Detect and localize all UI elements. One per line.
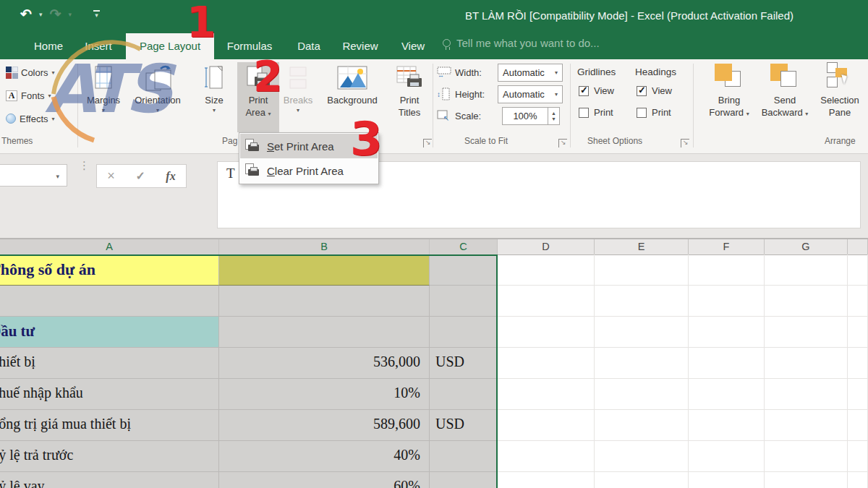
cell[interactable]	[430, 379, 498, 410]
cell[interactable]	[765, 286, 848, 317]
column-header-D[interactable]: D	[498, 239, 595, 255]
cell[interactable]	[498, 317, 595, 348]
cell[interactable]: Tổng trị giá mua thiết bị	[0, 410, 219, 441]
cell[interactable]	[498, 286, 595, 317]
cell[interactable]: USD	[430, 410, 498, 441]
cell[interactable]	[765, 410, 848, 441]
margins-button[interactable]: Margins ▾	[81, 62, 126, 115]
cell[interactable]	[498, 441, 595, 472]
cell[interactable]	[689, 286, 765, 317]
cell[interactable]	[595, 348, 689, 379]
tab-formulas[interactable]: Formulas	[220, 33, 279, 59]
column-header-E[interactable]: E	[595, 239, 689, 255]
cell[interactable]	[430, 286, 498, 317]
selection-pane-button[interactable]: Selection Pane	[816, 62, 864, 119]
column-header-G[interactable]: G	[765, 239, 848, 255]
print-titles-button[interactable]: Print Titles	[391, 62, 428, 119]
cell[interactable]	[595, 410, 689, 441]
scale-spinner[interactable]: ▲▼	[548, 107, 560, 125]
cell[interactable]: 60%	[219, 472, 430, 488]
cell[interactable]	[848, 286, 868, 317]
name-box[interactable]: ▾	[0, 164, 67, 187]
column-header-C[interactable]: C	[430, 239, 498, 255]
cell[interactable]	[689, 410, 765, 441]
cell[interactable]	[848, 441, 868, 472]
cell[interactable]	[765, 254, 848, 286]
cell[interactable]: Thông số dự án	[0, 254, 219, 286]
tell-me-box[interactable]: Tell me what you want to do...	[443, 37, 600, 49]
name-box-dropdown-icon[interactable]: ▾	[56, 173, 59, 180]
cell[interactable]	[848, 348, 868, 379]
cell[interactable]	[595, 254, 689, 286]
cell[interactable]	[0, 286, 219, 317]
tab-page-layout[interactable]: Page Layout	[126, 33, 214, 59]
cell[interactable]	[219, 254, 430, 286]
headings-print-checkbox[interactable]: Print	[637, 107, 671, 118]
cell[interactable]	[219, 286, 430, 317]
cell[interactable]	[498, 379, 595, 410]
cancel-icon[interactable]: ×	[107, 168, 115, 184]
bring-forward-button[interactable]: Bring Forward ▾	[703, 62, 755, 119]
cell[interactable]: Thiết bị	[0, 348, 219, 379]
send-backward-button[interactable]: Send Backward ▾	[757, 62, 813, 119]
undo-icon[interactable]: ↶	[20, 6, 32, 23]
print-area-button[interactable]: Print Area ▾	[237, 62, 279, 132]
column-header-A[interactable]: A	[0, 239, 219, 255]
cell[interactable]	[595, 379, 689, 410]
cell[interactable]	[595, 472, 689, 488]
cell[interactable]	[689, 472, 765, 488]
page-setup-dialog-launcher-icon[interactable]	[423, 139, 432, 147]
cell[interactable]: 40%	[219, 441, 430, 472]
gridlines-view-checkbox[interactable]: View	[579, 85, 614, 96]
cell[interactable]	[765, 472, 848, 488]
enter-icon[interactable]: ✓	[135, 169, 145, 183]
cell[interactable]	[765, 317, 848, 348]
cell[interactable]: Tỷ lệ vay	[0, 472, 219, 488]
cell[interactable]: Thuế nhập khẩu	[0, 379, 219, 410]
cell[interactable]: 10%	[219, 379, 430, 410]
column-header-F[interactable]: F	[689, 239, 765, 255]
cell[interactable]	[848, 379, 868, 410]
cell[interactable]	[595, 317, 689, 348]
cell[interactable]	[430, 472, 498, 488]
cell[interactable]	[430, 441, 498, 472]
cell[interactable]	[689, 379, 765, 410]
cell[interactable]	[595, 441, 689, 472]
cell[interactable]	[430, 317, 498, 348]
column-header-partial[interactable]	[848, 239, 868, 255]
customize-quick-access-icon[interactable]: ▾	[93, 10, 100, 19]
colors-button[interactable]: Colors▾	[6, 65, 55, 80]
height-dropdown[interactable]: Automatic▾	[498, 85, 563, 103]
cell[interactable]: 536,000	[219, 348, 430, 379]
headings-view-checkbox[interactable]: View	[637, 85, 672, 96]
cell[interactable]	[765, 348, 848, 379]
gridlines-print-checkbox[interactable]: Print	[579, 107, 613, 118]
size-button[interactable]: Size ▾	[197, 62, 231, 115]
tab-data[interactable]: Data	[289, 33, 328, 59]
cell[interactable]	[219, 317, 430, 348]
cell[interactable]	[498, 472, 595, 488]
cell[interactable]	[498, 410, 595, 441]
cell[interactable]	[848, 254, 868, 286]
column-header-B[interactable]: B	[219, 239, 430, 255]
orientation-button[interactable]: Orientation ▾	[129, 62, 187, 115]
width-dropdown[interactable]: Automatic▾	[498, 64, 563, 82]
cell[interactable]: Đầu tư	[0, 317, 219, 348]
cell[interactable]: Tỷ lệ trả trước	[0, 441, 219, 472]
effects-button[interactable]: Effects▾	[6, 111, 55, 126]
cell[interactable]	[498, 348, 595, 379]
cell[interactable]	[689, 348, 765, 379]
cell[interactable]	[689, 441, 765, 472]
formula-bar-grip-icon[interactable]: ⋮	[79, 162, 90, 168]
tab-home[interactable]: Home	[26, 33, 71, 59]
cell[interactable]	[765, 379, 848, 410]
cell[interactable]	[848, 317, 868, 348]
scale-to-fit-dialog-launcher-icon[interactable]	[558, 139, 567, 147]
background-button[interactable]: Background	[315, 62, 389, 106]
cell[interactable]: USD	[430, 348, 498, 379]
redo-dropdown-icon[interactable]: ▾	[68, 11, 72, 18]
undo-dropdown-icon[interactable]: ▾	[39, 11, 43, 18]
tab-insert[interactable]: Insert	[75, 33, 122, 59]
scale-input[interactable]: 100%	[502, 107, 548, 125]
cell[interactable]	[689, 254, 765, 286]
